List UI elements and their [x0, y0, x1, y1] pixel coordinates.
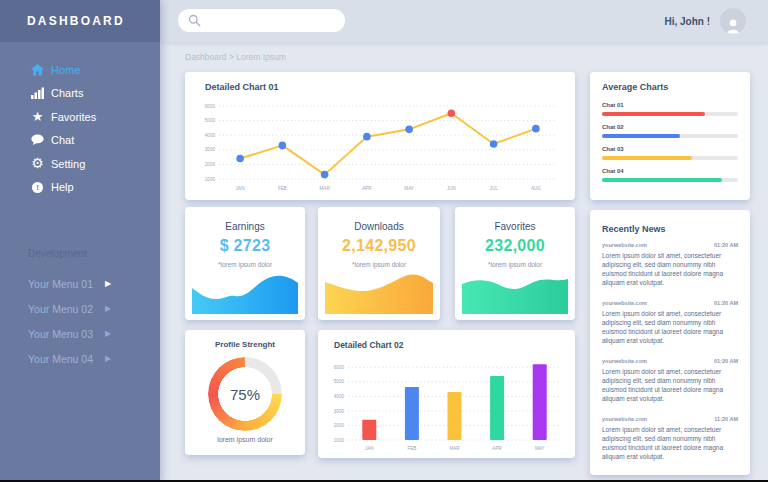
stat-title: Favorites — [455, 221, 575, 232]
svg-text:1000: 1000 — [334, 438, 345, 443]
panel-title: Recently News — [602, 224, 666, 234]
dev-item-label: Your Menu 03 — [28, 328, 93, 340]
svg-text:MAR: MAR — [449, 446, 460, 451]
news-body: Lorem ipsum dolor sit amet, consectetuer… — [602, 425, 738, 461]
sidebar-item-your-menu-04[interactable]: Your Menu 04 ▶ — [0, 346, 160, 371]
news-item[interactable]: yourwebsite.com 01:20 AM Lorem ipsum dol… — [602, 358, 738, 403]
sidebar-item-chat[interactable]: Chat — [0, 129, 160, 153]
svg-text:5000: 5000 — [205, 118, 216, 123]
profile-strength-card: Profile Strenght 75% lorem ipsum dolor — [185, 330, 305, 455]
sidebar-item-charts[interactable]: Charts — [0, 82, 160, 106]
news-body: Lorem ipsum dolor sit amet, consectetuer… — [602, 367, 738, 403]
stat-card-favorites: Favorites 232,000 *lorem ipsum dolor — [455, 207, 575, 320]
chevron-right-icon: ▶ — [105, 279, 111, 288]
sidebar-item-label: Setting — [51, 158, 85, 170]
stat-title: Downloads — [318, 221, 440, 232]
svg-text:MAY: MAY — [535, 446, 545, 451]
chevron-right-icon: ▶ — [105, 304, 111, 313]
svg-text:6000: 6000 — [205, 104, 216, 109]
news-source: yourwebsite.com — [602, 358, 647, 364]
sidebar-item-label: Favorites — [51, 111, 96, 123]
progress-track — [602, 134, 738, 138]
svg-text:3000: 3000 — [205, 147, 216, 152]
profile-note: lorem ipsum dolor — [185, 436, 305, 443]
sidebar-item-your-menu-01[interactable]: Your Menu 01 ▶ — [0, 271, 160, 296]
sidebar-item-label: Home — [51, 64, 80, 76]
stat-value: 232,000 — [455, 237, 575, 255]
svg-text:4000: 4000 — [334, 394, 345, 399]
news-body: Lorem ipsum dolor sit amet, consectetuer… — [602, 309, 738, 345]
news-item[interactable]: yourwebsite.com 11:20 AM Lorem ipsum dol… — [602, 416, 738, 461]
stat-value: 2,142,950 — [318, 237, 440, 255]
home-icon — [30, 62, 45, 77]
stat-note: *lorem ipsum dolor — [318, 261, 440, 268]
dev-item-label: Your Menu 04 — [28, 353, 93, 365]
chart-title: Detailed Chart 01 — [205, 82, 279, 92]
average-charts-card: Average Charts Chat 01 Chat 02 Chat 03 C… — [590, 72, 750, 200]
help-icon: ! — [30, 180, 45, 195]
svg-text:2000: 2000 — [205, 162, 216, 167]
chart-title: Detailed Chart 02 — [334, 340, 403, 350]
sidebar-section-development: Development — [28, 248, 87, 259]
svg-text:5000: 5000 — [334, 379, 345, 384]
sidebar-dev-menu: Your Menu 01 ▶ Your Menu 02 ▶ Your Menu … — [0, 271, 160, 371]
svg-text:JAN: JAN — [236, 186, 245, 191]
svg-text:APR: APR — [362, 186, 372, 191]
stat-value: $ 2723 — [185, 237, 305, 255]
progress-label: Chat 02 — [602, 124, 738, 130]
recently-news-card: Recently News yourwebsite.com 01:20 AM L… — [590, 210, 750, 475]
avatar[interactable] — [720, 8, 746, 34]
area-sparkline — [192, 270, 298, 314]
svg-text:3000: 3000 — [334, 409, 345, 414]
detailed-chart-01-card: Detailed Chart 01 1000200030004000500060… — [185, 72, 575, 200]
sidebar: DASHBOARD Home Charts ★ Favorites — [0, 0, 160, 482]
svg-text:2000: 2000 — [334, 423, 345, 428]
svg-text:FEB: FEB — [278, 186, 287, 191]
area-sparkline — [462, 270, 568, 314]
news-body: Lorem ipsum dolor sit amet, consectetuer… — [602, 251, 738, 287]
news-time: 11:20 AM — [714, 416, 738, 422]
area-sparkline — [325, 270, 433, 314]
search-box — [178, 9, 345, 32]
news-time: 01:20 AM — [714, 300, 738, 306]
sidebar-item-favorites[interactable]: ★ Favorites — [0, 105, 160, 129]
sidebar-item-label: Charts — [51, 87, 83, 99]
stat-card-earnings: Earnings $ 2723 *lorem ipsum dolor — [185, 207, 305, 320]
progress-track — [602, 178, 738, 182]
user-area: Hi, John ! — [664, 0, 746, 42]
news-item[interactable]: yourwebsite.com 01:20 AM Lorem ipsum dol… — [602, 242, 738, 287]
chevron-right-icon: ▶ — [105, 329, 111, 338]
sidebar-item-your-menu-02[interactable]: Your Menu 02 ▶ — [0, 296, 160, 321]
progress-label: Chat 03 — [602, 146, 738, 152]
news-meta: yourwebsite.com 11:20 AM — [602, 416, 738, 422]
sidebar-item-label: Chat — [51, 134, 74, 146]
svg-text:JAN: JAN — [365, 446, 374, 451]
svg-text:MAY: MAY — [404, 186, 414, 191]
svg-text:AUG: AUG — [531, 186, 541, 191]
news-time: 01:20 AM — [714, 242, 738, 248]
chat-bubble-icon — [30, 133, 45, 148]
news-item[interactable]: yourwebsite.com 01:20 AM Lorem ipsum dol… — [602, 300, 738, 345]
bar-chart-icon — [30, 86, 45, 101]
dev-item-label: Your Menu 02 — [28, 303, 93, 315]
progress-track — [602, 112, 738, 116]
news-meta: yourwebsite.com 01:20 AM — [602, 300, 738, 306]
sidebar-item-your-menu-03[interactable]: Your Menu 03 ▶ — [0, 321, 160, 346]
progress-track — [602, 156, 738, 160]
app-title: DASHBOARD — [27, 14, 125, 28]
progress-fill — [602, 178, 722, 182]
search-input[interactable] — [178, 9, 345, 32]
news-meta: yourwebsite.com 01:20 AM — [602, 242, 738, 248]
progress-label: Chat 04 — [602, 168, 738, 174]
news-source: yourwebsite.com — [602, 300, 647, 306]
breadcrumb[interactable]: Dashboard > Lorem Ipsum — [185, 52, 286, 62]
donut-percent-label: 75% — [208, 357, 282, 431]
sidebar-item-setting[interactable]: ⚙ Setting — [0, 152, 160, 176]
panel-title: Profile Strenght — [185, 340, 305, 349]
sidebar-item-help[interactable]: ! Help — [0, 176, 160, 200]
donut-chart: 75% — [208, 357, 282, 431]
stat-title: Earnings — [185, 221, 305, 232]
sidebar-item-label: Help — [51, 181, 74, 193]
sidebar-item-home[interactable]: Home — [0, 58, 160, 82]
stat-note: *lorem ipsum dolor — [455, 261, 575, 268]
